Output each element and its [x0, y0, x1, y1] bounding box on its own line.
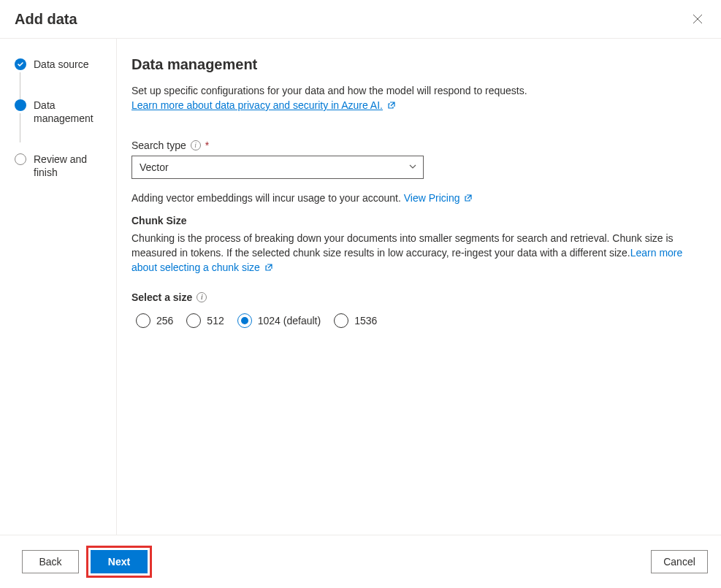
wizard-main: Data management Set up specific configur…: [117, 39, 721, 535]
page-title: Data management: [131, 56, 709, 73]
chunk-body-text: Chunking is the process of breaking down…: [131, 232, 674, 259]
learn-more-privacy-link[interactable]: Learn more about data privacy and securi…: [131, 99, 383, 111]
external-link-icon: [387, 99, 396, 113]
radio-label: 1024 (default): [258, 315, 321, 327]
close-icon[interactable]: [689, 10, 706, 28]
radio-256[interactable]: 256: [136, 313, 173, 328]
dialog-body: Data source Data management Review and f…: [0, 39, 721, 535]
wizard-sidebar: Data source Data management Review and f…: [0, 39, 117, 535]
step-data-management[interactable]: Data management: [15, 99, 109, 125]
step-done-icon: [15, 58, 26, 70]
external-link-icon: [264, 261, 273, 275]
next-button-highlight: Next: [86, 546, 152, 578]
step-review-finish[interactable]: Review and finish: [15, 153, 109, 179]
vector-usage-hint: Adding vector embeddings will incur usag…: [131, 192, 709, 205]
dialog-header: Add data: [0, 0, 721, 39]
dialog-title: Add data: [15, 11, 77, 28]
select-size-label: Select a size i: [131, 291, 709, 303]
radio-label: 512: [207, 315, 224, 327]
next-button[interactable]: Next: [91, 550, 148, 573]
chunk-size-body: Chunking is the process of breaking down…: [131, 231, 709, 275]
footer-right: Cancel: [651, 550, 708, 573]
radio-1536[interactable]: 1536: [334, 313, 377, 328]
search-type-label: Search type i *: [131, 140, 709, 151]
search-type-select[interactable]: Vector: [131, 156, 424, 179]
chunk-size-radio-group: 256 512 1024 (default) 1536: [131, 313, 709, 328]
footer-left: Back Next: [22, 546, 152, 578]
radio-512[interactable]: 512: [186, 313, 224, 328]
chevron-down-icon: [408, 161, 417, 173]
info-icon[interactable]: i: [197, 292, 207, 302]
radio-label: 256: [156, 315, 173, 327]
step-connector: [20, 72, 20, 102]
search-type-value: Vector: [140, 161, 169, 173]
vector-hint-text: Adding vector embeddings will incur usag…: [131, 192, 404, 204]
step-label: Review and finish: [34, 153, 109, 179]
add-data-dialog: Add data Data source Data management: [0, 0, 721, 588]
step-current-icon: [15, 99, 26, 111]
step-data-source[interactable]: Data source: [15, 58, 109, 71]
view-pricing-link[interactable]: View Pricing: [404, 192, 460, 204]
radio-label: 1536: [354, 315, 377, 327]
step-connector: [20, 113, 20, 142]
dialog-footer: Back Next Cancel: [0, 535, 721, 588]
cancel-button[interactable]: Cancel: [651, 550, 708, 573]
search-type-label-text: Search type: [131, 140, 186, 151]
wizard-steps: Data source Data management Review and f…: [15, 58, 109, 179]
required-asterisk: *: [205, 140, 209, 151]
select-size-label-text: Select a size: [131, 291, 192, 303]
step-label: Data management: [34, 99, 109, 125]
step-pending-icon: [15, 153, 26, 165]
page-description: Set up specific configurations for your …: [131, 83, 709, 98]
step-label: Data source: [34, 58, 88, 71]
info-icon[interactable]: i: [191, 140, 201, 150]
chunk-size-heading: Chunk Size: [131, 215, 709, 226]
radio-1024[interactable]: 1024 (default): [237, 313, 321, 328]
external-link-icon: [464, 193, 473, 205]
back-button[interactable]: Back: [22, 550, 79, 573]
